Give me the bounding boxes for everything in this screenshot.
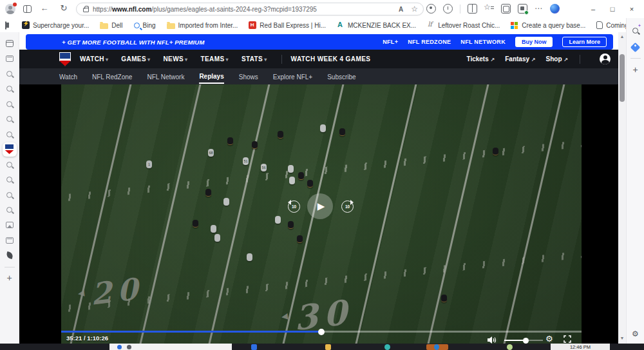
banner-link-network[interactable]: NFL NETWORK [460,39,506,45]
read-aloud-icon[interactable]: A [399,6,403,13]
settings-more-icon[interactable]: ⋯ [535,4,543,14]
tab-card-1[interactable] [3,52,17,66]
taskbar-app-group[interactable] [109,344,232,350]
tab-search-6[interactable] [3,157,17,171]
tab-search-2[interactable] [3,82,17,96]
sidebar-search[interactable] [629,23,643,37]
sidebar-shopping[interactable] [629,40,643,54]
subnav-network[interactable]: NFL Network [147,70,184,83]
subnav-watch[interactable]: Watch [59,70,77,83]
taskbar-folder-icon[interactable] [325,344,331,350]
banner-link-redzone[interactable]: NFL REDZONE [408,39,451,45]
nav-watch[interactable]: WATCH▾ [80,55,108,63]
tab-search-9[interactable] [3,203,17,217]
taskbar-clock[interactable]: 12:46 PM [551,344,610,350]
volume-knob[interactable] [523,338,529,344]
video-player[interactable]: ◀ 20 ◀ 30 1685156 10 ▶ 10 35:21 / 1:10:2… [61,84,582,344]
browser-essentials-icon[interactable] [426,4,436,14]
nav-stats[interactable]: STATS▾ [242,55,267,63]
workspaces-icon[interactable] [23,5,32,13]
refresh-button[interactable]: ↻ [58,3,70,13]
tab-overview[interactable] [3,36,17,50]
scrollbar-thumb[interactable] [620,54,625,102]
progress-bar[interactable] [61,331,582,333]
learn-more-button[interactable]: Learn More [562,37,607,47]
taskbar-app-icon[interactable] [507,344,513,350]
nav-divider [580,55,580,64]
close-button[interactable]: × [622,0,641,18]
watch-week-4-games-link[interactable]: WATCH WEEK 4 GAMES [291,55,371,63]
search-icon [6,116,12,122]
nav-games[interactable]: GAMES▾ [121,55,150,63]
favorite-star-icon[interactable]: ☆ [411,5,418,14]
bookmark-bing[interactable]: Bing [134,22,156,29]
video-time-display: 35:21 / 1:10:26 [66,335,108,342]
tab-feather[interactable] [3,248,17,262]
taskbar-app-icon[interactable] [127,345,131,349]
nfl-logo[interactable] [59,52,71,66]
volume-slider[interactable] [504,340,543,341]
progress-knob[interactable] [318,329,325,335]
tab-search-4[interactable] [3,112,17,126]
tab-nfl-active[interactable] [3,142,17,157]
sidebar-toggle-icon[interactable] [5,21,6,30]
page-scrollbar[interactable]: ▲ ▼ [618,32,626,344]
bookmark-create-query[interactable]: Create a query base... [511,21,585,29]
shop-link[interactable]: Shop ↗ [546,55,568,63]
fullscreen-button[interactable] [564,335,571,344]
fantasy-link[interactable]: Fantasy ↗ [505,55,535,63]
sidebar-settings-gear-icon[interactable]: ⚙ [632,329,639,338]
taskbar-app-icon[interactable] [384,344,390,350]
nav-news[interactable]: NEWS▾ [163,55,187,63]
bookmark-leftover-roast[interactable]: Leftover Roast Chic... [427,21,500,29]
taskbar-edge-icon[interactable] [117,345,122,349]
tab-search-8[interactable] [3,188,17,202]
bookmark-mckenzie[interactable]: MCKENZIE BACK EX... [337,21,416,29]
tab-card-2[interactable] [3,233,17,248]
nfl-premium-banner[interactable]: + GET MORE FOOTBALL WITH NFL+ PREMIUM NF… [26,34,613,50]
history-icon[interactable] [443,4,453,14]
bookmark-imported[interactable]: Imported from Inter... [167,22,238,29]
subnav-explore[interactable]: Explore NFL+ [273,70,312,83]
maximize-button[interactable]: □ [603,0,622,18]
tab-search-5[interactable] [3,127,17,141]
scroll-up-icon[interactable]: ▲ [620,32,625,41]
scroll-down-icon[interactable]: ▼ [620,334,625,342]
split-screen-icon[interactable] [468,4,477,14]
url-text[interactable]: https://www.nfl.com/plus/games/eagles-at… [93,6,317,13]
bookmark-dell[interactable]: Dell [100,22,122,29]
sidebar-add-button[interactable]: + [629,63,643,77]
collections-icon[interactable] [501,4,511,14]
new-tab-button[interactable]: + [3,271,17,285]
subnav-subscribe[interactable]: Subscribe [327,70,355,83]
forward-10-button[interactable]: 10 [341,200,354,213]
nav-teams[interactable]: TEAMS▾ [200,55,228,63]
volume-icon[interactable] [488,336,497,344]
subnav-replays-active[interactable]: Replays [199,70,223,84]
extensions-icon[interactable] [518,4,527,14]
account-avatar[interactable] [600,53,611,64]
play-button[interactable]: ▶ [307,193,333,219]
address-bar[interactable]: https://www.nfl.com/plus/games/eagles-at… [76,3,424,15]
player-saints [493,148,498,155]
player-eagles [275,216,281,224]
back-button[interactable]: ← [39,3,50,13]
profile-avatar[interactable] [5,4,15,14]
tickets-link[interactable]: Tickets ↗ [466,55,495,63]
minimize-button[interactable]: – [583,0,603,18]
taskbar-app-icon[interactable] [251,344,257,350]
favorites-icon[interactable] [484,4,494,14]
copilot-icon[interactable] [550,4,560,14]
video-settings-gear-icon[interactable]: ⚙ [545,334,553,344]
bookmark-red-ball-express[interactable]: Red Ball Express | Hi... [249,21,326,29]
tab-search-1[interactable] [3,66,17,81]
banner-link-nflplus[interactable]: NFL+ [383,39,398,45]
tab-search-3[interactable] [3,97,17,111]
bookmark-supercharge[interactable]: Supercharge your... [22,21,89,29]
subnav-shows[interactable]: Shows [239,70,258,83]
subnav-redzone[interactable]: NFL RedZone [92,70,132,83]
tab-image[interactable] [3,218,17,232]
rewind-10-button[interactable]: 10 [288,200,300,213]
buy-now-button[interactable]: Buy Now [515,37,553,47]
tab-search-7[interactable] [3,173,17,187]
